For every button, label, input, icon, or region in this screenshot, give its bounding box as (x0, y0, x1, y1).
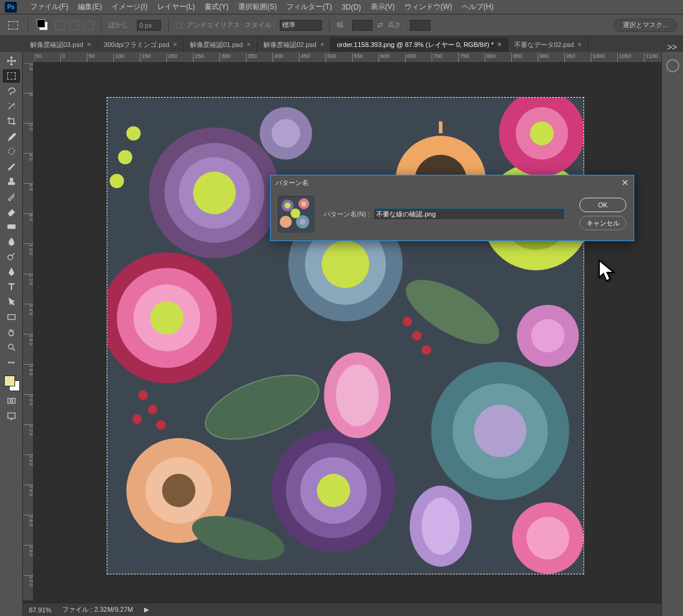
svg-point-16 (150, 301, 183, 335)
gradient-tool-icon[interactable] (3, 220, 20, 233)
color-swatches[interactable] (3, 374, 20, 392)
svg-rect-3 (8, 315, 15, 319)
close-icon[interactable]: × (87, 40, 91, 49)
menu-3d[interactable]: 3D(D) (337, 3, 366, 11)
brush-tool-icon[interactable] (3, 160, 20, 173)
pattern-name-dialog: パターン名 ✕ パターン名(N) : OK キャンセル (270, 175, 634, 241)
menu-window[interactable]: ウィンドウ(W) (400, 2, 457, 12)
menu-edit[interactable]: 編集(E) (73, 2, 107, 12)
crop-tool-icon[interactable] (3, 115, 20, 128)
blur-tool-icon[interactable] (3, 235, 20, 248)
foreground-color-swatch[interactable] (4, 376, 15, 386)
svg-point-49 (148, 405, 157, 415)
svg-point-12 (193, 171, 236, 214)
file-size-value: 2.32M/9.27M (95, 606, 133, 613)
patch-tool-icon[interactable] (3, 145, 20, 158)
canvas-area[interactable]: 5005010015020025030035040045050055060065… (23, 52, 661, 616)
svg-point-51 (156, 420, 166, 430)
move-tool-icon[interactable] (3, 54, 20, 68)
ruler-vertical[interactable]: 2 002 04 06 08 01 0 01 2 01 4 01 6 01 8 … (23, 63, 34, 600)
tab-2[interactable]: 解像度確認01.psd× (184, 37, 257, 52)
rectangle-tool-icon[interactable] (3, 310, 20, 324)
zoom-tool-icon[interactable] (3, 341, 20, 354)
menu-file[interactable]: ファイル(F) (25, 2, 73, 12)
tab-0[interactable]: 解像度確認03.psd× (24, 37, 98, 52)
history-brush-tool-icon[interactable] (3, 190, 20, 203)
right-panel-strip (661, 52, 683, 616)
tab-5[interactable]: 不要なデータ02.psd× (508, 37, 588, 52)
svg-point-53 (127, 126, 141, 140)
style-select[interactable]: 標準 (280, 20, 322, 31)
close-icon[interactable]: × (173, 40, 177, 49)
feather-input[interactable] (137, 20, 161, 31)
menu-select[interactable]: 選択範囲(S) (233, 2, 282, 12)
menu-layer[interactable]: レイヤー(L) (153, 2, 200, 12)
close-icon[interactable]: × (497, 40, 502, 49)
antialias-checkbox[interactable] (176, 22, 182, 28)
svg-point-48 (138, 391, 148, 400)
svg-point-4 (8, 344, 13, 349)
zoom-level[interactable]: 87.91% (29, 606, 51, 614)
width-input[interactable] (352, 20, 373, 31)
ok-button[interactable]: OK (579, 198, 626, 212)
svg-point-72 (291, 209, 300, 218)
quickmask-icon[interactable] (3, 394, 20, 407)
close-icon[interactable]: × (320, 40, 324, 49)
svg-point-66 (285, 203, 291, 209)
svg-point-6 (10, 400, 13, 402)
svg-point-57 (421, 345, 431, 355)
ruler-horizontal[interactable]: 5005010015020025030035040045050055060065… (34, 52, 661, 63)
close-icon[interactable]: × (578, 40, 582, 49)
subtract-selection-icon[interactable] (69, 20, 79, 30)
menu-bar: Ps ファイル(F) 編集(E) イメージ(I) レイヤー(L) 書式(Y) 選… (0, 0, 683, 14)
menu-image[interactable]: イメージ(I) (107, 2, 152, 12)
tab-3[interactable]: 解像度確認02.psd× (257, 37, 331, 52)
marquee-tool-icon[interactable] (3, 69, 20, 83)
document-canvas[interactable] (107, 98, 584, 574)
width-label: 幅 : (337, 20, 347, 30)
svg-point-54 (110, 174, 124, 188)
tab-1[interactable]: 300dpiフラミンゴ.psd× (98, 37, 184, 52)
swap-wh-icon[interactable]: ⇄ (377, 21, 383, 29)
dodge-tool-icon[interactable] (3, 250, 20, 263)
select-and-mask-button[interactable]: 選択とマスク... (614, 19, 677, 32)
intersect-selection-icon[interactable] (84, 20, 93, 30)
lasso-tool-icon[interactable] (3, 84, 20, 98)
ruler-origin[interactable] (23, 52, 34, 63)
tab-4[interactable]: order.1158.393.png @ 87.9% (レイヤー 0, RGB/… (331, 37, 508, 52)
stamp-tool-icon[interactable] (3, 175, 20, 188)
screenmode-icon[interactable] (3, 409, 20, 423)
cancel-button[interactable]: キャンセル (579, 216, 626, 230)
status-more-icon[interactable]: ▶ (144, 606, 149, 614)
tool-panel: ••• (0, 52, 23, 616)
close-icon[interactable]: × (247, 40, 251, 49)
tab-overflow-icon[interactable]: >> (661, 42, 683, 52)
feather-label: ぼかし : (109, 20, 132, 30)
add-selection-icon[interactable] (55, 20, 65, 30)
edit-toolbar-icon[interactable]: ••• (3, 356, 20, 369)
tool-presets-icon[interactable] (6, 18, 20, 33)
eraser-tool-icon[interactable] (3, 205, 20, 218)
svg-point-36 (317, 474, 350, 507)
close-icon[interactable]: ✕ (622, 178, 629, 187)
hand-tool-icon[interactable] (3, 325, 20, 339)
type-tool-icon[interactable] (3, 280, 20, 294)
svg-point-29 (530, 122, 554, 146)
pen-tool-icon[interactable] (3, 265, 20, 278)
new-selection-icon[interactable] (36, 18, 50, 33)
eyedropper-tool-icon[interactable] (3, 130, 20, 143)
style-label: スタイル : (245, 20, 275, 30)
document-tabs: 解像度確認03.psd× 300dpiフラミンゴ.psd× 解像度確認01.ps… (0, 36, 683, 52)
menu-type[interactable]: 書式(Y) (200, 2, 233, 12)
color-wheel-icon[interactable] (666, 59, 679, 72)
height-input[interactable] (410, 20, 430, 31)
ps-logo-icon: Ps (5, 2, 17, 13)
svg-rect-7 (8, 413, 15, 418)
pattern-name-input[interactable] (373, 208, 565, 220)
menu-help[interactable]: ヘルプ(H) (457, 2, 499, 12)
wand-tool-icon[interactable] (3, 99, 20, 113)
menu-view[interactable]: 表示(V) (366, 2, 400, 12)
path-select-tool-icon[interactable] (3, 295, 20, 309)
svg-point-63 (526, 517, 569, 559)
menu-filter[interactable]: フィルター(T) (282, 2, 336, 12)
